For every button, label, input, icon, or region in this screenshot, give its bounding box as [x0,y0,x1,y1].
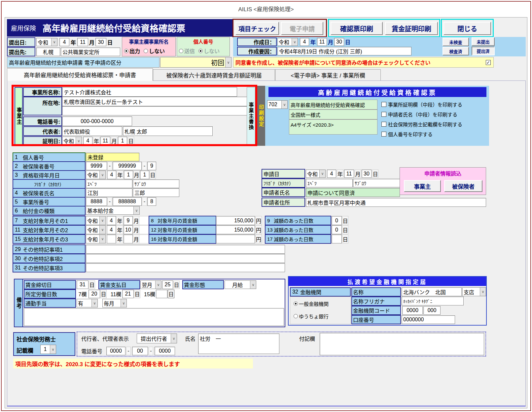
col15-field[interactable] [156,290,167,298]
target1-month-field[interactable]: 9 [124,216,133,225]
apply-month-field[interactable]: 11 [344,170,354,178]
tab-e-apply-employer[interactable]: <電子申請> 事業主 / 事業所欄 [275,69,381,81]
create-reason-field[interactable]: 令和4年8月19日 作成分 (江別 三郎) [277,47,411,55]
bank-name-field[interactable]: 北海バンク 北国 [402,287,462,296]
acquire-year-field[interactable]: 4 [107,171,116,179]
load-insured-button[interactable]: 被保険者 [444,180,482,192]
checked-button[interactable]: 検査済 [443,47,469,55]
print-wage-button[interactable]: 賃金証明印刷 [385,22,438,35]
employer-cert-era-select[interactable]: 令和∨ [62,137,82,145]
agent-select[interactable]: 提出代行者∨ [137,333,177,343]
bank-general-radio[interactable] [294,301,298,306]
bank-code1-field[interactable]: 0000 [402,306,423,315]
wage-type-select[interactable]: 月給∨ [225,280,256,289]
unchecked-button[interactable]: 未検査 [443,38,469,46]
sharoshi-tel3-field[interactable]: 0000 [155,347,175,355]
insured-kana-sei-field[interactable]: ｴﾍﾞﾂ [86,179,132,188]
employer-addr2-field[interactable] [62,106,247,115]
pay-day-field[interactable]: 25 [162,280,173,289]
print-confirm-button[interactable]: 確認票印刷 [331,22,383,35]
wage3-field[interactable] [216,235,255,243]
target3-month-field[interactable] [124,235,133,243]
employer-rep-name-field[interactable]: 札幌 太郎 [123,126,213,136]
biko-note-field[interactable] [24,308,284,326]
insured-mei-field[interactable]: 三郎 [133,188,179,197]
target2-year-field[interactable]: 4 [107,225,116,234]
employer-rewrite-tab[interactable]: 事業主書換 [247,87,255,145]
print-check-4-checkbox[interactable] [381,132,386,137]
insured-kana-mei-field[interactable]: ｻﾌﾞﾛｳ [133,179,179,188]
applicant-kana-sei-field[interactable]: ｴﾍﾞﾂ [306,179,353,187]
employer-cert-year-field[interactable]: 4 [83,137,92,145]
applicant-name-field[interactable]: 申請について同意済 [306,188,400,197]
insured-sei-field[interactable]: 江別 [86,188,132,197]
reduced-days2-field[interactable]: 0 [332,225,342,234]
insured-number-p2-field[interactable]: 999999 [113,162,142,170]
pay-month-select[interactable]: 翌月∨ [140,280,161,289]
employer-tel-field[interactable]: 000-000-0000 [62,116,132,126]
office-none-radio[interactable] [144,49,148,53]
employer-cert-day-field[interactable]: 1 [118,137,127,145]
reduced-days1-field[interactable]: 0 [332,216,342,225]
close-button[interactable]: 閉じる [443,22,491,35]
commute-freq-select[interactable]: 毎月∨ [102,299,127,307]
create-day-field[interactable]: 30 [334,38,344,46]
sharoshi-note-field[interactable] [320,333,484,355]
row1-value-field[interactable]: 未登録 [86,153,139,161]
bank-branch-select[interactable]: 支店∨ [462,287,486,296]
bank-kana-field[interactable]: ﾎｯｶｲﾊﾞﾝｸ ｷﾀｸﾞﾆ [402,297,464,305]
print-check-3-checkbox[interactable] [381,122,386,127]
load-employer-button[interactable]: 事業主 [404,180,441,192]
insured-number-p3-field[interactable]: 9 [147,162,156,170]
print-check-1-checkbox[interactable] [381,102,386,107]
acquire-era-select[interactable]: 令和∨ [86,171,106,179]
sharoshi-tel1-field[interactable]: 0000 [106,347,125,355]
applicant-kana-mei-field[interactable]: ｻﾌﾞﾛｳ [353,179,400,187]
submit-era-select[interactable]: 令和∨ [36,38,57,46]
col7-field[interactable]: 20 [89,290,100,298]
office-number-p1-field[interactable]: 8888 [86,197,107,206]
print-check-2-checkbox[interactable] [381,112,386,117]
apply-era-select[interactable]: 令和∨ [306,170,326,178]
target2-month-field[interactable]: 10 [124,225,133,234]
insured-number-p1-field[interactable]: 9999 [86,162,107,170]
sharoshi-count-select[interactable]: 1∨ [40,345,56,354]
submit-day-field[interactable]: 30 [95,38,106,46]
tab-confirmation-form[interactable]: 高年齢雇用継続給付受給資格確認票・申請書 [7,68,153,81]
employer-name-field[interactable]: テスト介護株式会社 [62,87,237,97]
target1-era-select[interactable]: 令和∨ [86,216,106,225]
applicant-addr-field[interactable]: 札幌市豊平区月寒中央通 [306,198,486,207]
consent-checkbox[interactable]: ✓ [486,60,491,65]
bank-account-field[interactable]: 0000000 [402,315,455,324]
office-number-p3-field[interactable]: 8 [147,197,156,206]
bank-code2-field[interactable]: 000 [423,306,441,315]
note1-field[interactable] [86,245,285,254]
create-era-select[interactable]: 令和∨ [277,38,298,46]
employer-cert-month-field[interactable]: 11 [100,137,110,145]
mynumber-none-radio[interactable] [198,49,203,53]
acquire-month-field[interactable]: 1 [124,171,133,179]
submitted-button[interactable]: 提出済 [472,47,495,55]
unsubmitted-button[interactable]: 未提出 [472,37,495,46]
acquire-day-field[interactable]: 1 [140,171,149,179]
reduced-days3-field[interactable] [332,235,342,243]
note2-field[interactable] [86,254,285,263]
employer-addr1-field[interactable]: 札幌市清田区美しが丘一条テスト [62,97,247,106]
form-code-select[interactable]: 702∨ [267,100,288,109]
eapply-class-select[interactable]: 初回∨ [160,57,231,68]
create-year-field[interactable]: 4 [300,38,309,46]
office-number-p2-field[interactable]: 888888 [113,197,142,206]
wage1-field[interactable]: 150,000 [216,216,255,225]
benefit-type-select[interactable]: 基本給付金∨ [86,206,140,215]
wage-close-day-field[interactable]: 31 [77,280,89,289]
office-output-radio[interactable] [124,49,128,53]
apply-day-field[interactable]: 30 [362,170,372,178]
submit-month-field[interactable]: 11 [77,38,88,46]
sharoshi-name-field[interactable]: 社労 一 [198,333,279,354]
submit-year-field[interactable]: 4 [59,38,69,46]
wage2-field[interactable]: 150,000 [216,225,255,234]
mynumber-send-radio[interactable] [179,49,183,53]
target3-year-field[interactable] [107,235,116,243]
apply-year-field[interactable]: 4 [327,170,336,178]
e-apply-button[interactable]: 電子申請 [281,22,323,35]
